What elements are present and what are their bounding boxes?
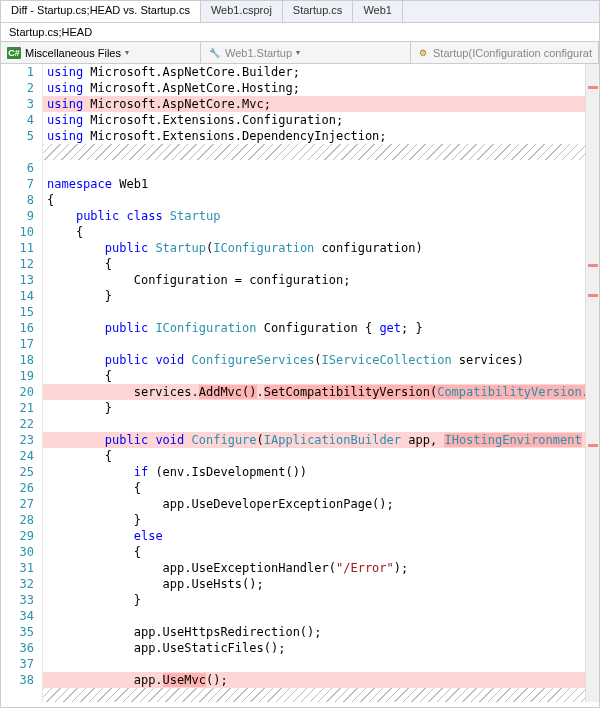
code-text: app.UseHsts(); xyxy=(43,576,599,592)
code-text: { xyxy=(43,256,599,272)
chevron-down-icon: ▾ xyxy=(296,48,300,57)
code-text: public void xyxy=(47,353,192,367)
nav-class-label: Web1.Startup xyxy=(225,47,292,59)
code-text: ConfigureServices xyxy=(192,353,315,367)
code-text: public class xyxy=(47,209,170,223)
deleted-line: using Microsoft.AspNetCore.Mvc; xyxy=(43,96,599,112)
code-text: app.UseDeveloperExceptionPage(); xyxy=(43,496,599,512)
code-text: else xyxy=(47,529,163,543)
tab-startup[interactable]: Startup.cs xyxy=(283,1,354,22)
code-text: ; } xyxy=(401,321,423,335)
code-text: if xyxy=(47,465,148,479)
navigation-bar: C# Miscellaneous Files ▾ 🔧 Web1.Startup … xyxy=(1,42,599,64)
code-text: IConfiguration xyxy=(155,321,256,335)
code-text: IConfiguration xyxy=(213,241,314,255)
class-icon: 🔧 xyxy=(207,47,221,59)
diff-gap xyxy=(43,688,599,702)
code-text: services. xyxy=(47,385,199,399)
deleted-word: SetCompatibilityVersion xyxy=(264,385,430,399)
line-number-gutter: 12345 678910 1112131415 1617181920 21222… xyxy=(1,64,43,702)
code-text: } xyxy=(43,288,599,304)
code-text: app.UseHttpsRedirection(); xyxy=(43,624,599,640)
code-text: { xyxy=(43,192,599,208)
code-text: app, xyxy=(401,433,444,447)
deleted-line: app.UseMvc(); xyxy=(43,672,599,688)
code-area[interactable]: using Microsoft.AspNetCore.Builder; usin… xyxy=(43,64,599,702)
csharp-icon: C# xyxy=(7,47,21,59)
code-text: public xyxy=(47,321,155,335)
tab-web1[interactable]: Web1 xyxy=(353,1,403,22)
deleted-word: () xyxy=(242,385,256,399)
scrollbar-overview[interactable] xyxy=(585,64,599,702)
code-text: (env.IsDevelopment()) xyxy=(148,465,307,479)
code-text: { xyxy=(43,368,599,384)
code-text: public void xyxy=(47,433,192,447)
deleted-line: public void Configure(IApplicationBuilde… xyxy=(43,432,599,448)
method-icon: ⚙ xyxy=(417,47,429,59)
code-text: ); xyxy=(394,561,408,575)
code-text: app. xyxy=(47,673,163,687)
chevron-down-icon: ▾ xyxy=(125,48,129,57)
code-text: { xyxy=(43,544,599,560)
code-text: configuration) xyxy=(314,241,422,255)
code-text: Configure xyxy=(192,433,257,447)
nav-class-dropdown[interactable]: 🔧 Web1.Startup ▾ xyxy=(201,42,411,63)
code-text: (); xyxy=(206,673,228,687)
deleted-word: UseMvc xyxy=(163,673,206,687)
tab-csproj[interactable]: Web1.csproj xyxy=(201,1,283,22)
code-text: Configuration = configuration; xyxy=(43,272,599,288)
code-text: Configuration { xyxy=(257,321,380,335)
code-text: IServiceCollection xyxy=(322,353,452,367)
deleted-word: CompatibilityVersion xyxy=(437,385,582,399)
code-text: } xyxy=(43,592,599,608)
code-text: namespace xyxy=(47,177,112,191)
code-text: app.UseStaticFiles(); xyxy=(43,640,599,656)
code-text: public xyxy=(47,241,155,255)
deleted-word: IHostingEnvironment xyxy=(444,433,581,447)
nav-project-label: Miscellaneous Files xyxy=(25,47,121,59)
code-text: . xyxy=(257,385,264,399)
code-text: app.UseExceptionHandler( xyxy=(47,561,336,575)
deleted-line: services.AddMvc().SetCompatibilityVersio… xyxy=(43,384,599,400)
code-text: Microsoft.AspNetCore.Mvc; xyxy=(83,97,271,111)
code-text: { xyxy=(43,480,599,496)
diff-gap xyxy=(43,144,599,160)
code-text: get xyxy=(379,321,401,335)
code-text: ( xyxy=(257,433,264,447)
code-text: using xyxy=(47,97,83,111)
deleted-word: AddMvc xyxy=(199,385,242,399)
tab-diff[interactable]: Diff - Startup.cs;HEAD vs. Startup.cs xyxy=(1,1,201,22)
code-text: } xyxy=(43,400,599,416)
code-text: IApplicationBuilder xyxy=(264,433,401,447)
code-text: Startup xyxy=(170,209,221,223)
nav-project-dropdown[interactable]: C# Miscellaneous Files ▾ xyxy=(1,42,201,63)
document-tabs: Diff - Startup.cs;HEAD vs. Startup.cs We… xyxy=(1,1,599,23)
code-text: { xyxy=(43,224,599,240)
code-text: "/Error" xyxy=(336,561,394,575)
code-text: { xyxy=(43,448,599,464)
code-editor[interactable]: 12345 678910 1112131415 1617181920 21222… xyxy=(1,64,599,702)
file-path: Startup.cs;HEAD xyxy=(1,23,599,42)
nav-member-dropdown[interactable]: ⚙ Startup(IConfiguration configurat xyxy=(411,42,599,63)
code-text: services) xyxy=(452,353,524,367)
code-text: ( xyxy=(314,353,321,367)
code-text: Startup xyxy=(155,241,206,255)
code-text: Web1 xyxy=(112,177,148,191)
nav-member-label: Startup(IConfiguration configurat xyxy=(433,47,592,59)
code-text: } xyxy=(43,512,599,528)
